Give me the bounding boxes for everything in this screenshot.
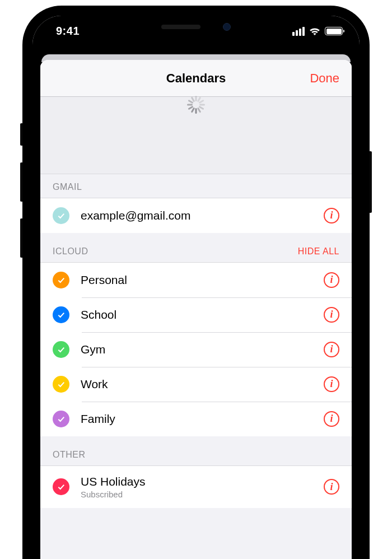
section-header-other: OTHER: [40, 436, 352, 465]
status-indicators: [292, 27, 343, 36]
section-header-icloud: ICLOUD HIDE ALL: [40, 233, 352, 262]
loading-area: [40, 97, 352, 174]
side-buttons-left: [20, 123, 22, 274]
calendar-label: Gym: [81, 343, 312, 356]
wifi-icon: [309, 27, 321, 36]
calendar-label: Work: [81, 378, 312, 391]
battery-icon: [325, 27, 343, 35]
speaker: [161, 25, 200, 29]
checkmark-icon[interactable]: [53, 376, 69, 393]
info-icon[interactable]: i: [324, 342, 339, 357]
checkmark-icon[interactable]: [53, 478, 69, 495]
notch: [123, 16, 269, 38]
side-button-right: [370, 151, 372, 213]
calendars-sheet: Calendars Done: [40, 60, 352, 559]
section-label-other: OTHER: [53, 450, 86, 460]
modal-backdrop: Calendars Done: [32, 46, 360, 559]
calendar-row-icloud-1[interactable]: School i: [40, 297, 352, 332]
calendar-label: School: [81, 308, 312, 322]
phone-screen: 9:41 Calendars Done: [32, 16, 360, 559]
front-camera: [223, 23, 231, 31]
calendar-row-gmail-0[interactable]: example@gmail.com i: [40, 198, 352, 233]
checkmark-icon[interactable]: [53, 341, 69, 358]
info-icon[interactable]: i: [324, 208, 339, 223]
cellular-signal-icon: [292, 27, 305, 36]
section-label-icloud: ICLOUD: [53, 246, 88, 257]
status-time: 9:41: [56, 25, 80, 38]
info-icon[interactable]: i: [324, 272, 339, 288]
done-button[interactable]: Done: [310, 71, 339, 86]
section-label-gmail: GMAIL: [53, 182, 82, 192]
calendar-row-icloud-2[interactable]: Gym i: [40, 332, 352, 367]
checkmark-icon[interactable]: [53, 306, 69, 323]
info-icon[interactable]: i: [324, 479, 339, 495]
info-icon[interactable]: i: [324, 376, 339, 392]
section-header-gmail: GMAIL: [40, 174, 352, 198]
calendar-row-icloud-0[interactable]: Personal i: [40, 263, 352, 297]
checkmark-icon[interactable]: [53, 207, 69, 224]
calendar-label: Family: [81, 412, 312, 426]
info-icon[interactable]: i: [324, 411, 339, 427]
checkmark-icon[interactable]: [53, 272, 69, 288]
info-icon[interactable]: i: [324, 307, 339, 323]
calendar-label: US Holidays: [81, 475, 312, 488]
nav-title: Calendars: [166, 71, 226, 86]
nav-bar: Calendars Done: [40, 60, 352, 97]
calendar-label: example@gmail.com: [81, 209, 312, 222]
calendar-row-icloud-3[interactable]: Work i: [40, 367, 352, 402]
spinner-icon: [186, 108, 206, 127]
calendar-label: Personal: [81, 273, 312, 287]
calendar-row-icloud-4[interactable]: Family i: [40, 402, 352, 436]
hide-all-button[interactable]: HIDE ALL: [298, 246, 339, 257]
calendar-row-other-0[interactable]: US Holidays Subscribed i: [40, 466, 352, 508]
phone-frame: 9:41 Calendars Done: [22, 6, 370, 559]
calendar-sublabel: Subscribed: [81, 490, 312, 499]
checkmark-icon[interactable]: [53, 411, 69, 427]
